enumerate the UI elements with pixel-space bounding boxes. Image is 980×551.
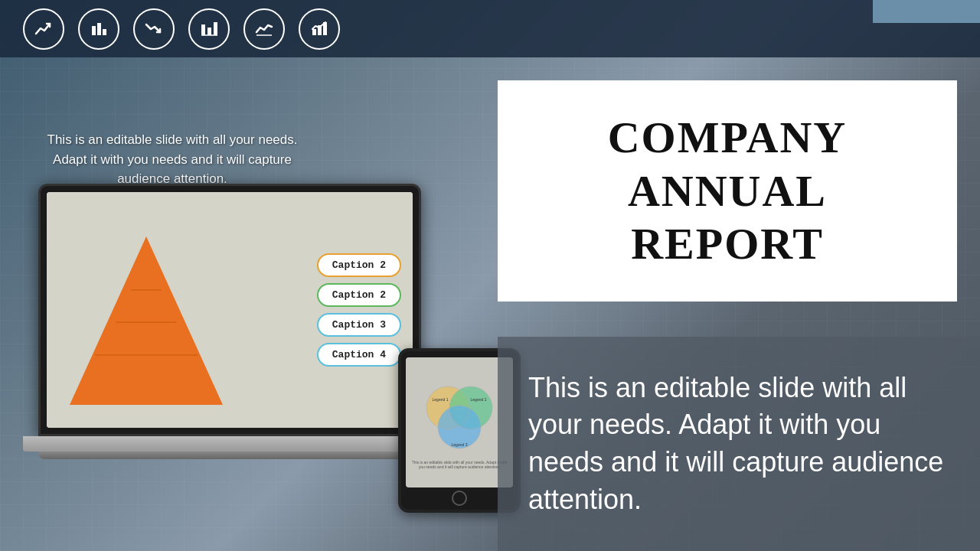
pyramid-chart <box>62 229 230 412</box>
bar-chart-icon[interactable] <box>78 8 119 50</box>
venn-diagram: Legend 1 Legend 2 Legend 3 <box>417 373 501 458</box>
title-box: COMPANY ANNUAL REPORT <box>498 80 957 302</box>
svg-rect-8 <box>312 29 316 35</box>
caption-item-3: Caption 3 <box>317 313 401 337</box>
main-content: This is an editable slide with all your … <box>0 57 980 551</box>
svg-rect-0 <box>92 26 96 35</box>
svg-text:Legend 3: Legend 3 <box>452 442 468 447</box>
svg-rect-1 <box>97 23 101 35</box>
line-chart-down-icon[interactable] <box>133 8 175 50</box>
bar-chart-2-icon[interactable] <box>188 8 230 50</box>
caption-item-2: Caption 2 <box>317 283 401 307</box>
top-toolbar <box>0 0 980 57</box>
caption-item-1: Caption 2 <box>317 253 401 277</box>
line-chart-up-icon[interactable] <box>23 8 64 50</box>
laptop-bottom <box>38 452 421 459</box>
trend-icon[interactable] <box>243 8 285 50</box>
laptop-outer: Caption 2 Caption 2 Caption 3 Caption 4 <box>38 184 421 436</box>
pyramid-slide: Caption 2 Caption 2 Caption 3 Caption 4 <box>47 192 413 428</box>
svg-rect-5 <box>214 22 217 35</box>
caption-item-4: Caption 4 <box>317 343 401 367</box>
title-line2-text: ANNUAL REPORT <box>628 166 827 269</box>
intro-text: This is an editable slide with all your … <box>46 130 299 189</box>
right-section: COMPANY ANNUAL REPORT This is an editabl… <box>498 57 980 551</box>
laptop-base <box>23 436 436 452</box>
bottom-right-section: This is an editable slide with all your … <box>498 337 980 551</box>
caption-list: Caption 2 Caption 2 Caption 3 Caption 4 <box>317 253 401 367</box>
title-line1-text: COMPANY <box>608 112 848 162</box>
bottom-description-text: This is an editable slide with all your … <box>528 370 949 518</box>
laptop-container: Caption 2 Caption 2 Caption 3 Caption 4 <box>23 184 436 536</box>
bar-chart-3-icon[interactable] <box>299 8 340 50</box>
tablet-screen: Legend 1 Legend 2 Legend 3 This is an ed… <box>406 357 513 487</box>
svg-marker-11 <box>70 236 223 405</box>
tablet-home-button[interactable] <box>452 491 467 506</box>
tablet-caption-text: This is an editable slide with all your … <box>406 458 513 472</box>
svg-rect-2 <box>103 29 106 35</box>
top-right-accent <box>873 0 980 23</box>
svg-rect-3 <box>201 24 205 35</box>
left-section: This is an editable slide with all your … <box>0 57 498 551</box>
svg-rect-4 <box>207 28 211 35</box>
svg-text:Legend 2: Legend 2 <box>471 397 487 402</box>
svg-text:Legend 1: Legend 1 <box>433 397 449 402</box>
laptop-screen: Caption 2 Caption 2 Caption 3 Caption 4 <box>47 192 413 428</box>
company-title-line1: COMPANY ANNUAL REPORT <box>536 111 919 271</box>
